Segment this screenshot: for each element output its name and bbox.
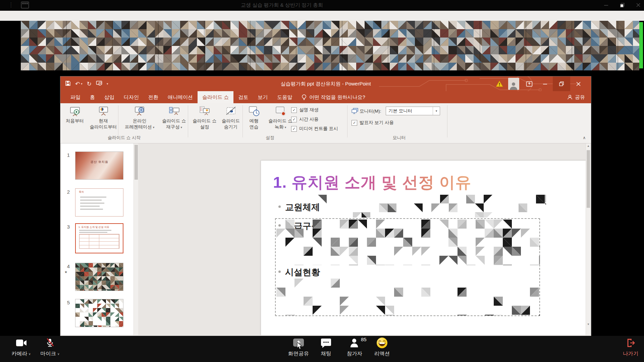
ppt-restore-button[interactable] — [553, 76, 570, 91]
slide-number: 2 — [62, 189, 70, 195]
thumbnail-3-title: 1. 유치원 소개 및 선정 이유 — [78, 226, 109, 229]
tab-animations[interactable]: 애니메이션 — [163, 91, 198, 103]
slide-number: 3 — [62, 224, 70, 230]
meeting-titlebar — [0, 11, 644, 21]
meeting-restore-button[interactable] — [617, 0, 627, 10]
table-placeholder-selection[interactable] — [275, 218, 540, 316]
tab-help[interactable]: 도움말 — [272, 91, 297, 103]
slide-number: 4 — [62, 263, 70, 269]
warning-icon[interactable] — [493, 76, 506, 91]
slide-bullet-1[interactable]: 교원체제 — [285, 201, 320, 213]
share-button-label: 공유 — [575, 94, 585, 101]
monitor-icon — [352, 108, 358, 115]
ppt-titlebar-right — [493, 76, 586, 91]
leave-icon — [626, 337, 636, 349]
chevron-down-icon: ▾ — [433, 107, 440, 115]
checkbox-checked-icon: ✓ — [291, 126, 297, 132]
screen-share-button[interactable]: 화면공유 — [284, 337, 313, 357]
slide-title-text[interactable]: 1. 유치원 소개 및 선정 이유 — [273, 172, 472, 193]
ribbon-separator — [118, 105, 118, 137]
play-narrations-checkbox[interactable]: ✓ 설명 재생 — [291, 107, 319, 113]
slide-editing-area: 1. 유치원 소개 및 선정 이유 교원체제 학급구성 시설현황 — [138, 143, 586, 335]
scroll-down-icon[interactable]: ▼ — [586, 322, 591, 327]
ribbon-group-separator — [447, 105, 447, 137]
camera-button[interactable]: 카메라∨ — [7, 337, 36, 357]
participants-button[interactable]: 85 참가자 — [340, 337, 369, 357]
monitor-select-value: 기본 모니터 — [386, 108, 433, 114]
meeting-minimize-button[interactable] — [601, 0, 611, 10]
tab-insert[interactable]: 삽입 — [100, 91, 119, 103]
lightbulb-icon — [302, 94, 307, 101]
slide-area-scrollbar[interactable]: ▲ ▼ — [586, 143, 590, 335]
ribbon-display-options-icon[interactable] — [521, 76, 537, 91]
gallery-view-icon[interactable] — [21, 1, 29, 10]
dropdown-icon: ▾ — [285, 126, 286, 129]
set-up-slide-show-button[interactable]: 슬라이드 쇼 설정 — [191, 105, 219, 141]
hide-slide-icon — [225, 106, 237, 117]
tab-design[interactable]: 디자인 — [119, 91, 144, 103]
animation-star-icon: ★ — [64, 270, 67, 274]
slide-thumbnail-2[interactable]: 목차 — [75, 188, 123, 217]
ppt-close-button[interactable] — [570, 76, 586, 91]
chat-button[interactable]: 채팅 — [312, 337, 340, 357]
from-beginning-button[interactable]: 처음부터 — [63, 105, 87, 141]
use-presenter-view-checkbox[interactable]: ✓ 발표자 보기 사용 — [352, 119, 394, 126]
tab-review[interactable]: 검토 — [233, 91, 253, 103]
collapse-ribbon-icon[interactable]: ∧ — [581, 135, 588, 141]
bullet-dot — [278, 205, 281, 208]
account-avatar[interactable] — [506, 76, 521, 91]
share-button[interactable]: 공유 — [567, 91, 585, 103]
thumbnail-panel-scrollbar[interactable] — [133, 143, 138, 335]
powerpoint-window: ↶▾ ↻ ▾ 실습평가회 ppt 경산유치원 - PowerPoint — [60, 76, 591, 336]
monitor-dropdown-label: 모니터(M): — [360, 108, 381, 114]
meeting-close-button[interactable] — [633, 0, 643, 10]
record-slide-show-icon — [275, 106, 286, 117]
reaction-emoji-icon — [377, 337, 387, 349]
thumbnail-2-title: 목차 — [79, 190, 84, 194]
participant-video-strip — [21, 21, 639, 70]
leave-meeting-button[interactable]: 나가기 — [616, 337, 644, 357]
mic-muted-icon — [45, 337, 55, 349]
thumbnail-1-title: 경산 유치원 — [75, 160, 123, 164]
chevron-down-icon: ∨ — [57, 352, 60, 356]
ppt-minimize-button[interactable] — [537, 76, 553, 91]
ribbon-group-separator — [188, 105, 188, 137]
slide-thumbnail-1[interactable]: 경산 유치원 — [75, 152, 123, 180]
group-label-set-up: 설정 — [238, 135, 302, 141]
monitor-select[interactable]: 기본 모니터 ▾ — [386, 107, 440, 115]
show-media-controls-checkbox[interactable]: ✓ 미디어 컨트롤 표시 — [291, 125, 338, 132]
reactions-button[interactable]: 리액션 — [370, 337, 394, 357]
mic-button-muted[interactable]: 마이크∨ — [36, 337, 64, 357]
tell-me-label: 어떤 작업을 원하시나요? — [309, 94, 365, 101]
tell-me-box[interactable]: 어떤 작업을 원하시나요? — [302, 91, 365, 103]
tab-home[interactable]: 홈 — [85, 91, 100, 103]
active-speaker-green-edge — [639, 22, 643, 68]
slide-thumbnail-4[interactable] — [75, 263, 123, 291]
ribbon-tab-bar: 파일 홈 삽입 디자인 전환 애니메이션 슬라이드 쇼 검토 보기 도움말 어떤… — [60, 91, 591, 103]
chat-icon — [321, 337, 331, 349]
tab-transitions[interactable]: 전환 — [144, 91, 163, 103]
ppt-content-area: 1 2 3 4 ★ 5 경산 유치원 목차 1. 유치 — [60, 143, 591, 336]
slide-canvas[interactable]: 1. 유치원 소개 및 선정 이유 교원체제 학급구성 시설현황 — [261, 160, 586, 335]
ribbon-separator — [243, 105, 243, 137]
tab-file[interactable]: 파일 — [66, 91, 85, 103]
from-current-slide-icon — [98, 106, 109, 117]
slide-number: 5 — [62, 300, 70, 305]
checkbox-checked-icon: ✓ — [352, 120, 357, 126]
slide-thumbnail-panel: 1 2 3 4 ★ 5 경산 유치원 목차 1. 유치 — [61, 143, 133, 335]
video-artifact-noise — [318, 195, 546, 218]
custom-slide-show-button[interactable]: 슬라이드 쇼 재구성▾ — [159, 105, 189, 141]
tab-slide-show[interactable]: 슬라이드 쇼 — [198, 91, 233, 103]
tab-view[interactable]: 보기 — [253, 91, 272, 103]
menu-kebab-icon[interactable]: ⋮ — [8, 1, 13, 9]
participants-count: 85 — [361, 337, 367, 342]
slide-thumbnail-5[interactable] — [75, 299, 123, 327]
use-timings-checkbox[interactable]: ✓ 시간 사용 — [291, 116, 319, 123]
camera-label: 카메라 — [11, 350, 27, 357]
dropdown-icon: ▾ — [180, 126, 182, 129]
slide-number: 1 — [62, 152, 70, 158]
slide-thumbnail-3-selected[interactable]: 1. 유치원 소개 및 선정 이유 — [75, 223, 123, 253]
present-online-icon — [134, 106, 146, 117]
scroll-up-icon[interactable]: ▲ — [586, 143, 591, 149]
set-up-slide-show-icon — [199, 106, 211, 117]
